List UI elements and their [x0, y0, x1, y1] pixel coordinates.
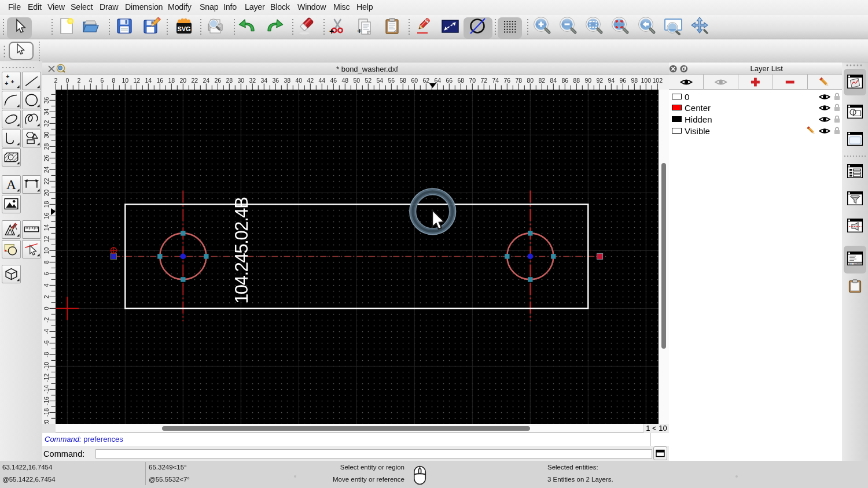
svg-text:20: 20	[43, 189, 50, 196]
svg-text:92: 92	[596, 77, 603, 84]
svg-text:22: 22	[191, 77, 198, 84]
svg-text:SVG: SVG	[177, 25, 190, 32]
svg-text:16: 16	[43, 212, 50, 219]
svg-text:0: 0	[43, 306, 50, 310]
svg-text:48: 48	[341, 77, 348, 84]
svg-text:94: 94	[608, 77, 615, 84]
svg-text:24: 24	[43, 166, 50, 173]
svg-text:56: 56	[388, 77, 395, 84]
svg-text:36: 36	[272, 77, 279, 84]
svg-text:18: 18	[168, 77, 175, 84]
svg-text:20: 20	[179, 77, 186, 84]
svg-text:-8: -8	[43, 352, 50, 357]
svg-text:64: 64	[434, 77, 441, 84]
svg-text:52: 52	[365, 77, 372, 84]
svg-text:100: 100	[641, 77, 652, 84]
svg-text:12: 12	[43, 235, 50, 242]
svg-text:+: +	[6, 73, 9, 80]
svg-text:32: 32	[249, 77, 256, 84]
svg-text:34: 34	[43, 108, 50, 115]
svg-text:98: 98	[631, 77, 638, 84]
svg-text:72: 72	[480, 77, 487, 84]
svg-text:12: 12	[133, 77, 140, 84]
svg-text:104.245.02.4B: 104.245.02.4B	[231, 197, 252, 304]
svg-text:-12: -12	[43, 374, 50, 382]
svg-text:26: 26	[214, 77, 221, 84]
svg-text:28: 28	[43, 143, 50, 150]
svg-text:54: 54	[376, 77, 383, 84]
svg-text:4: 4	[43, 283, 50, 287]
svg-text:50: 50	[353, 77, 360, 84]
svg-text:84: 84	[550, 77, 557, 84]
svg-text:30: 30	[43, 131, 50, 138]
svg-text:8: 8	[43, 260, 50, 264]
svg-text:A: A	[6, 177, 16, 192]
svg-text:96: 96	[619, 77, 626, 84]
svg-text:76: 76	[503, 77, 510, 84]
svg-text:6: 6	[43, 272, 50, 275]
svg-text:16: 16	[156, 77, 163, 84]
svg-text:62: 62	[422, 77, 429, 84]
svg-text:102: 102	[653, 77, 663, 84]
svg-text:74: 74	[492, 77, 499, 84]
svg-text:86: 86	[561, 77, 568, 84]
svg-text:60: 60	[411, 77, 418, 84]
svg-text:38: 38	[284, 77, 290, 84]
svg-text:58: 58	[399, 77, 406, 84]
svg-text:2: 2	[77, 77, 80, 84]
svg-text:-10: -10	[43, 362, 50, 371]
svg-text:40: 40	[295, 77, 302, 84]
svg-text:2: 2	[43, 295, 50, 298]
svg-text:26: 26	[43, 154, 50, 161]
svg-text:70: 70	[469, 77, 476, 84]
svg-text:c: command: c: command	[849, 263, 863, 265]
svg-text:36: 36	[43, 97, 50, 103]
svg-text:28: 28	[226, 77, 233, 84]
svg-text:22: 22	[43, 178, 50, 184]
svg-text:14: 14	[43, 224, 50, 231]
svg-text:68: 68	[457, 77, 464, 84]
svg-text:0: 0	[65, 77, 69, 84]
svg-text:32: 32	[43, 120, 50, 127]
svg-text:4: 4	[89, 77, 92, 84]
svg-text:10: 10	[122, 77, 128, 84]
svg-text:10: 10	[43, 247, 50, 254]
svg-text:-6: -6	[43, 341, 50, 346]
svg-text:78: 78	[515, 77, 522, 84]
svg-text:6: 6	[100, 77, 104, 84]
svg-text:88: 88	[573, 77, 580, 84]
svg-text:+: +	[329, 27, 334, 36]
svg-text:+: +	[357, 27, 362, 35]
svg-text:-2: -2	[43, 317, 50, 323]
svg-text:-20: -20	[43, 420, 50, 424]
svg-text:66: 66	[446, 77, 453, 84]
svg-text:+: +	[5, 80, 8, 87]
svg-text:-18: -18	[43, 408, 50, 417]
svg-text:Layer List: Layer List	[751, 64, 784, 73]
svg-text:-14: -14	[43, 385, 50, 394]
svg-text:34: 34	[260, 77, 267, 84]
svg-text:46: 46	[330, 77, 337, 84]
svg-text:-4: -4	[43, 329, 50, 334]
svg-text:82: 82	[538, 77, 545, 84]
svg-text:14: 14	[145, 77, 152, 84]
svg-text:2: 2	[54, 77, 57, 84]
svg-text:80: 80	[527, 77, 534, 84]
svg-text:18: 18	[43, 201, 50, 208]
svg-text:44: 44	[318, 77, 325, 84]
svg-text:24: 24	[203, 77, 209, 84]
svg-text:8: 8	[112, 77, 115, 84]
svg-text:-16: -16	[43, 397, 50, 405]
svg-text:42: 42	[307, 77, 314, 84]
svg-text:90: 90	[584, 77, 591, 84]
svg-text:30: 30	[237, 77, 244, 84]
svg-text:+: +	[11, 79, 14, 85]
